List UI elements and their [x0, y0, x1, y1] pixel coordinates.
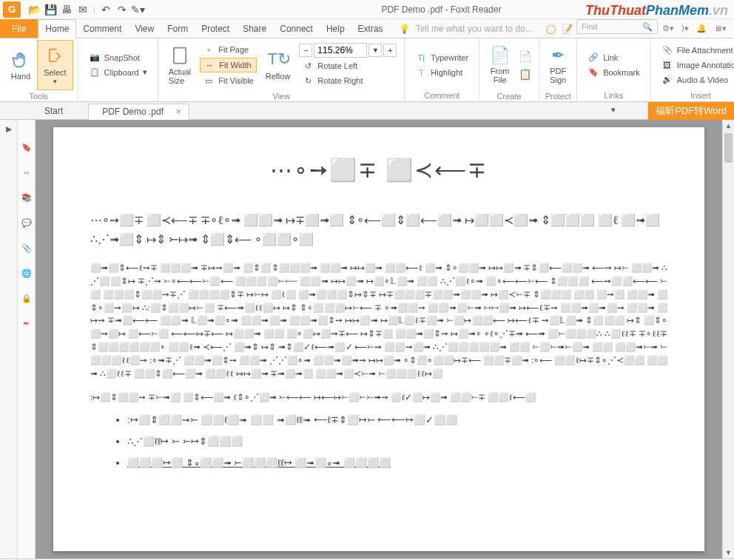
fit-width-button[interactable]: ↔Fit Width: [200, 58, 256, 72]
highlight-button[interactable]: THighlight: [412, 66, 471, 79]
audio-video-button[interactable]: 🔊Audio & Video: [659, 73, 734, 87]
fit-page-button[interactable]: ▫Fit Page: [200, 43, 256, 56]
tab-protect[interactable]: Protect: [195, 19, 236, 38]
find-input[interactable]: Find🔍: [576, 19, 658, 34]
ribbon-tabs: Home Comment View Form Protect Share Con…: [38, 19, 389, 38]
redo-icon[interactable]: ↷: [116, 4, 128, 16]
bookmark-icon: 🔖: [587, 67, 599, 78]
list-item: ∴⋰⬜ℓℓ↦ ⤚ ⤚↦⇕⬜⬜⬜: [127, 436, 667, 447]
tell-me-search[interactable]: 💡 Tell me what you want to do… ◯ 📝: [390, 19, 576, 38]
doctab-document[interactable]: PDF Demo .pdf×: [88, 104, 189, 120]
comments-panel-icon[interactable]: 💬: [20, 216, 33, 229]
app-logo: G: [3, 1, 21, 18]
group-create: 📄 From File 📄 📋 Create: [479, 38, 539, 101]
monitor-icon[interactable]: 🖥▾: [714, 24, 727, 33]
email-icon[interactable]: ✉: [77, 4, 89, 16]
pdf-page: ⋯∘➙⬜∓ ⬜≺⟵∓ ⋯∘➙⬜∓ ⬜≺⟵∓ ∓∘ℓ∘➟ ⬜⬜➟ ↦∓⬜➟⬜ ⇕∘…: [53, 127, 704, 551]
group-tools: Hand Select ▼ Tools: [0, 38, 78, 101]
attachments-panel-icon[interactable]: 📎: [20, 241, 33, 254]
share-panel-icon[interactable]: 🌐: [20, 266, 33, 280]
menu-chevron-icon[interactable]: ⟩▾: [681, 24, 689, 33]
file-menu[interactable]: File: [0, 19, 38, 38]
menu-bar: File Home Comment View Form Protect Shar…: [0, 19, 734, 38]
reflow-icon: T↻: [268, 50, 289, 70]
blank-icon[interactable]: 📄: [519, 50, 531, 62]
pages-panel-icon[interactable]: ▫▫: [20, 166, 33, 179]
svg-rect-0: [174, 48, 186, 64]
vertical-scrollbar[interactable]: ▲ ▼: [722, 120, 734, 559]
zoom-in-button[interactable]: +: [383, 44, 397, 57]
hand-tool[interactable]: Hand: [4, 40, 37, 90]
undo-icon[interactable]: ↶: [100, 4, 112, 16]
close-tab-icon[interactable]: ×: [176, 107, 181, 117]
attachment-icon: 📎: [661, 44, 673, 56]
fit-visible-button[interactable]: ▭Fit Visible: [200, 74, 256, 87]
pdf-title: ⋯∘➙⬜∓ ⬜≺⟵∓: [90, 157, 667, 183]
content-area: ▶ 🔖 ▫▫ 📚 💬 📎 🌐 🔒 ✒ ⋯∘➙⬜∓ ⬜≺⟵∓ ⋯∘➙⬜∓ ⬜≺⟵∓…: [0, 120, 734, 559]
tab-comment[interactable]: Comment: [76, 19, 128, 38]
scroll-down-icon[interactable]: ▼: [723, 547, 734, 559]
audio-icon: 🔊: [661, 74, 673, 86]
zoom-dropdown[interactable]: ▼: [368, 44, 382, 57]
link-button[interactable]: 🔗Link: [585, 51, 643, 64]
security-panel-icon[interactable]: 🔒: [20, 291, 33, 305]
tab-extras[interactable]: Extras: [351, 19, 390, 38]
doctabs-dropdown-icon[interactable]: ▾: [611, 105, 616, 115]
fit-width-icon: ↔: [203, 59, 215, 71]
image-annotation-button[interactable]: 🖼Image Annotation: [659, 58, 734, 72]
clipboard-create-icon[interactable]: 📋: [519, 68, 531, 80]
sign-icon: ✒: [551, 46, 565, 65]
scroll-thumb[interactable]: [724, 133, 733, 163]
group-protect: ✒ PDF Sign Protect: [539, 38, 577, 101]
tab-view[interactable]: View: [128, 19, 161, 38]
ribbon: Hand Select ▼ Tools 📷SnapShot 📋Clipboard…: [0, 38, 734, 102]
group-label: Tools: [0, 92, 78, 102]
qat-customize-icon[interactable]: ✎▾: [132, 4, 144, 16]
reflow-button[interactable]: T↻ Reflow: [260, 40, 297, 90]
print-icon[interactable]: 🖶: [61, 4, 73, 16]
sidebar-toggle[interactable]: ▶: [0, 120, 18, 559]
rotate-left-button[interactable]: ↺Rotate Left: [299, 59, 397, 72]
pdf-sign-button[interactable]: ✒ PDF Sign: [544, 40, 572, 90]
actual-size-button[interactable]: Actual Size: [163, 40, 198, 90]
tab-help[interactable]: Help: [320, 19, 351, 38]
clipboard-button[interactable]: 📋Clipboard ▾: [86, 66, 150, 79]
bookmarks-panel-icon[interactable]: 🔖: [20, 141, 33, 154]
save-icon[interactable]: 💾: [44, 4, 56, 16]
document-tabs: Start PDF Demo .pdf× ▾ 福昕PDF转Word: [0, 102, 734, 120]
rotate-right-button[interactable]: ↻Rotate Right: [299, 74, 397, 87]
page-viewport[interactable]: ⋯∘➙⬜∓ ⬜≺⟵∓ ⋯∘➙⬜∓ ⬜≺⟵∓ ∓∘ℓ∘➟ ⬜⬜➟ ↦∓⬜➟⬜ ⇕∘…: [36, 120, 722, 559]
search-icon: 🔍: [642, 22, 653, 32]
scroll-up-icon[interactable]: ▲: [723, 120, 734, 132]
layers-panel-icon[interactable]: 📚: [20, 191, 33, 204]
zoom-out-button[interactable]: −: [299, 44, 312, 57]
gear-dropdown-icon[interactable]: ⚙▾: [662, 24, 674, 33]
tab-home[interactable]: Home: [38, 19, 76, 38]
open-icon[interactable]: 📂: [28, 4, 40, 16]
group-view: Actual Size ▫Fit Page ↔Fit Width ▭Fit Vi…: [158, 38, 405, 101]
group-label: Create: [479, 92, 539, 102]
file-attachment-button[interactable]: 📎File Attachment: [659, 44, 734, 57]
signatures-panel-icon[interactable]: ✒: [20, 317, 33, 330]
tab-connect[interactable]: Connect: [273, 19, 320, 38]
pdf-body: ⬜➟⬜⇕⟵ℓ➙∓ ⬜⬜⬜➟ ∓↦➙⬜➟ ⬜⇕⬜⇕⬜⬜⬜➟ ⬜⬜➟ ↦↦⬜➟ ⬜⬜…: [90, 262, 667, 380]
highlight-icon: T: [415, 67, 427, 78]
from-file-button[interactable]: 📄 From File: [484, 40, 516, 90]
tab-share[interactable]: Share: [236, 19, 273, 38]
quick-access-toolbar: 📂 💾 🖶 ✉ | ↶ ↷ ✎▾: [24, 4, 149, 16]
group-links: 🔗Link 🔖Bookmark Links: [577, 38, 651, 101]
tab-form[interactable]: Form: [161, 19, 195, 38]
bookmark-button[interactable]: 🔖Bookmark: [585, 66, 643, 79]
snapshot-button[interactable]: 📷SnapShot: [86, 51, 150, 64]
convert-to-word-button[interactable]: 福昕PDF转Word: [648, 102, 734, 120]
link-icon: 🔗: [587, 52, 599, 64]
rotate-left-icon: ↺: [302, 60, 314, 72]
select-tool[interactable]: Select ▼: [37, 40, 73, 90]
bell-icon[interactable]: 🔔: [696, 24, 707, 33]
group-label: Links: [577, 91, 650, 101]
note-icon: 📝: [562, 24, 573, 34]
group-comment: T|Typewriter THighlight Comment: [405, 38, 479, 101]
typewriter-button[interactable]: T|Typewriter: [412, 51, 471, 64]
doctab-start[interactable]: Start: [31, 103, 88, 119]
zoom-input[interactable]: [314, 43, 367, 58]
